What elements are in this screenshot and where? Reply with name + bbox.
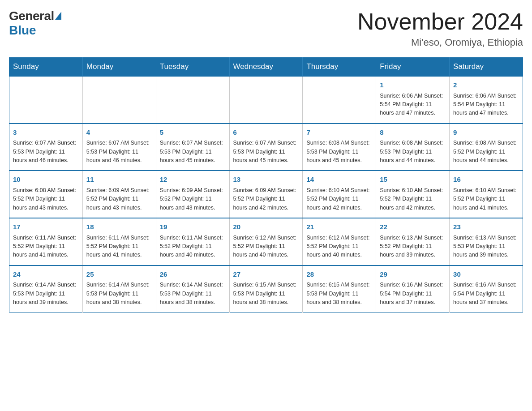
calendar-week-row: 3Sunrise: 6:07 AM Sunset: 5:53 PM Daylig…	[9, 124, 523, 171]
calendar-cell: 17Sunrise: 6:11 AM Sunset: 5:52 PM Dayli…	[9, 218, 83, 265]
day-number: 6	[233, 128, 299, 138]
day-number: 2	[453, 80, 519, 90]
day-number: 27	[233, 270, 299, 280]
day-info: Sunrise: 6:12 AM Sunset: 5:52 PM Dayligh…	[306, 234, 372, 260]
calendar-week-row: 10Sunrise: 6:08 AM Sunset: 5:52 PM Dayli…	[9, 171, 523, 218]
day-info: Sunrise: 6:16 AM Sunset: 5:54 PM Dayligh…	[453, 281, 519, 307]
calendar-cell: 24Sunrise: 6:14 AM Sunset: 5:53 PM Dayli…	[9, 265, 83, 313]
day-info: Sunrise: 6:07 AM Sunset: 5:53 PM Dayligh…	[86, 139, 152, 165]
day-number: 17	[13, 222, 79, 232]
day-number: 29	[380, 270, 446, 280]
day-info: Sunrise: 6:13 AM Sunset: 5:53 PM Dayligh…	[453, 234, 519, 260]
day-info: Sunrise: 6:08 AM Sunset: 5:53 PM Dayligh…	[306, 139, 372, 165]
calendar-cell: 21Sunrise: 6:12 AM Sunset: 5:52 PM Dayli…	[303, 218, 376, 265]
day-info: Sunrise: 6:14 AM Sunset: 5:53 PM Dayligh…	[160, 281, 226, 307]
calendar-cell: 25Sunrise: 6:14 AM Sunset: 5:53 PM Dayli…	[82, 265, 156, 313]
days-of-week-row: SundayMondayTuesdayWednesdayThursdayFrid…	[9, 58, 523, 77]
calendar-cell: 27Sunrise: 6:15 AM Sunset: 5:53 PM Dayli…	[229, 265, 303, 313]
calendar-cell: 19Sunrise: 6:11 AM Sunset: 5:52 PM Dayli…	[156, 218, 229, 265]
calendar-title: November 2024	[357, 9, 523, 34]
day-of-week-header: Monday	[82, 58, 156, 77]
logo-arrow-icon	[55, 12, 61, 20]
calendar-cell: 1Sunrise: 6:06 AM Sunset: 5:54 PM Daylig…	[376, 76, 450, 124]
calendar-body: 1Sunrise: 6:06 AM Sunset: 5:54 PM Daylig…	[9, 76, 523, 313]
day-number: 18	[86, 222, 152, 232]
day-info: Sunrise: 6:10 AM Sunset: 5:52 PM Dayligh…	[306, 186, 372, 212]
day-number: 20	[233, 222, 299, 232]
calendar-cell: 7Sunrise: 6:08 AM Sunset: 5:53 PM Daylig…	[303, 124, 376, 171]
calendar-cell: 9Sunrise: 6:08 AM Sunset: 5:52 PM Daylig…	[450, 124, 523, 171]
day-of-week-header: Thursday	[303, 58, 376, 77]
day-number: 13	[233, 175, 299, 185]
calendar-cell: 26Sunrise: 6:14 AM Sunset: 5:53 PM Dayli…	[156, 265, 229, 313]
logo: General Blue	[9, 9, 61, 38]
calendar-week-row: 24Sunrise: 6:14 AM Sunset: 5:53 PM Dayli…	[9, 265, 523, 313]
day-number: 23	[453, 222, 519, 232]
day-of-week-header: Tuesday	[156, 58, 229, 77]
calendar-subtitle: Mi'eso, Oromiya, Ethiopia	[357, 37, 523, 48]
day-of-week-header: Sunday	[9, 58, 83, 77]
day-info: Sunrise: 6:11 AM Sunset: 5:52 PM Dayligh…	[160, 234, 226, 260]
calendar-cell: 5Sunrise: 6:07 AM Sunset: 5:53 PM Daylig…	[156, 124, 229, 171]
day-info: Sunrise: 6:15 AM Sunset: 5:53 PM Dayligh…	[233, 281, 299, 307]
day-info: Sunrise: 6:06 AM Sunset: 5:54 PM Dayligh…	[380, 92, 446, 118]
calendar-cell: 3Sunrise: 6:07 AM Sunset: 5:53 PM Daylig…	[9, 124, 83, 171]
calendar-cell: 4Sunrise: 6:07 AM Sunset: 5:53 PM Daylig…	[82, 124, 156, 171]
day-number: 9	[453, 128, 519, 138]
calendar-cell	[229, 76, 303, 124]
day-info: Sunrise: 6:08 AM Sunset: 5:53 PM Dayligh…	[380, 139, 446, 165]
day-info: Sunrise: 6:10 AM Sunset: 5:52 PM Dayligh…	[453, 186, 519, 212]
day-info: Sunrise: 6:16 AM Sunset: 5:54 PM Dayligh…	[380, 281, 446, 307]
day-info: Sunrise: 6:07 AM Sunset: 5:53 PM Dayligh…	[233, 139, 299, 165]
day-number: 28	[306, 270, 372, 280]
day-info: Sunrise: 6:11 AM Sunset: 5:52 PM Dayligh…	[86, 234, 152, 260]
day-number: 5	[160, 128, 226, 138]
calendar-cell: 23Sunrise: 6:13 AM Sunset: 5:53 PM Dayli…	[450, 218, 523, 265]
day-info: Sunrise: 6:09 AM Sunset: 5:52 PM Dayligh…	[233, 186, 299, 212]
day-info: Sunrise: 6:13 AM Sunset: 5:52 PM Dayligh…	[380, 234, 446, 260]
calendar-header: SundayMondayTuesdayWednesdayThursdayFrid…	[9, 58, 523, 77]
day-number: 26	[160, 270, 226, 280]
calendar-cell: 11Sunrise: 6:09 AM Sunset: 5:52 PM Dayli…	[82, 171, 156, 218]
day-number: 10	[13, 175, 79, 185]
day-info: Sunrise: 6:15 AM Sunset: 5:53 PM Dayligh…	[306, 281, 372, 307]
calendar-cell: 15Sunrise: 6:10 AM Sunset: 5:52 PM Dayli…	[376, 171, 450, 218]
calendar-cell: 29Sunrise: 6:16 AM Sunset: 5:54 PM Dayli…	[376, 265, 450, 313]
day-number: 19	[160, 222, 226, 232]
day-number: 24	[13, 270, 79, 280]
day-info: Sunrise: 6:09 AM Sunset: 5:52 PM Dayligh…	[160, 186, 226, 212]
day-number: 12	[160, 175, 226, 185]
day-info: Sunrise: 6:08 AM Sunset: 5:52 PM Dayligh…	[13, 186, 79, 212]
day-number: 3	[13, 128, 79, 138]
calendar-cell: 30Sunrise: 6:16 AM Sunset: 5:54 PM Dayli…	[450, 265, 523, 313]
day-info: Sunrise: 6:12 AM Sunset: 5:52 PM Dayligh…	[233, 234, 299, 260]
day-info: Sunrise: 6:06 AM Sunset: 5:54 PM Dayligh…	[453, 92, 519, 118]
day-number: 14	[306, 175, 372, 185]
calendar-cell: 22Sunrise: 6:13 AM Sunset: 5:52 PM Dayli…	[376, 218, 450, 265]
day-number: 7	[306, 128, 372, 138]
day-number: 4	[86, 128, 152, 138]
calendar-cell: 12Sunrise: 6:09 AM Sunset: 5:52 PM Dayli…	[156, 171, 229, 218]
calendar-cell: 10Sunrise: 6:08 AM Sunset: 5:52 PM Dayli…	[9, 171, 83, 218]
calendar-cell: 28Sunrise: 6:15 AM Sunset: 5:53 PM Dayli…	[303, 265, 376, 313]
calendar-cell: 6Sunrise: 6:07 AM Sunset: 5:53 PM Daylig…	[229, 124, 303, 171]
logo-general-text: General	[9, 9, 54, 23]
calendar-cell: 20Sunrise: 6:12 AM Sunset: 5:52 PM Dayli…	[229, 218, 303, 265]
day-number: 25	[86, 270, 152, 280]
calendar-table: SundayMondayTuesdayWednesdayThursdayFrid…	[9, 57, 523, 313]
logo-blue-text: Blue	[9, 23, 36, 37]
calendar-cell	[156, 76, 229, 124]
day-info: Sunrise: 6:11 AM Sunset: 5:52 PM Dayligh…	[13, 234, 79, 260]
day-of-week-header: Friday	[376, 58, 450, 77]
day-info: Sunrise: 6:14 AM Sunset: 5:53 PM Dayligh…	[13, 281, 79, 307]
calendar-cell: 13Sunrise: 6:09 AM Sunset: 5:52 PM Dayli…	[229, 171, 303, 218]
day-info: Sunrise: 6:08 AM Sunset: 5:52 PM Dayligh…	[453, 139, 519, 165]
calendar-week-row: 17Sunrise: 6:11 AM Sunset: 5:52 PM Dayli…	[9, 218, 523, 265]
calendar-cell	[303, 76, 376, 124]
calendar-cell: 16Sunrise: 6:10 AM Sunset: 5:52 PM Dayli…	[450, 171, 523, 218]
calendar-cell: 8Sunrise: 6:08 AM Sunset: 5:53 PM Daylig…	[376, 124, 450, 171]
title-section: November 2024 Mi'eso, Oromiya, Ethiopia	[357, 9, 523, 48]
day-number: 1	[380, 80, 446, 90]
day-info: Sunrise: 6:07 AM Sunset: 5:53 PM Dayligh…	[13, 139, 79, 165]
day-number: 15	[380, 175, 446, 185]
